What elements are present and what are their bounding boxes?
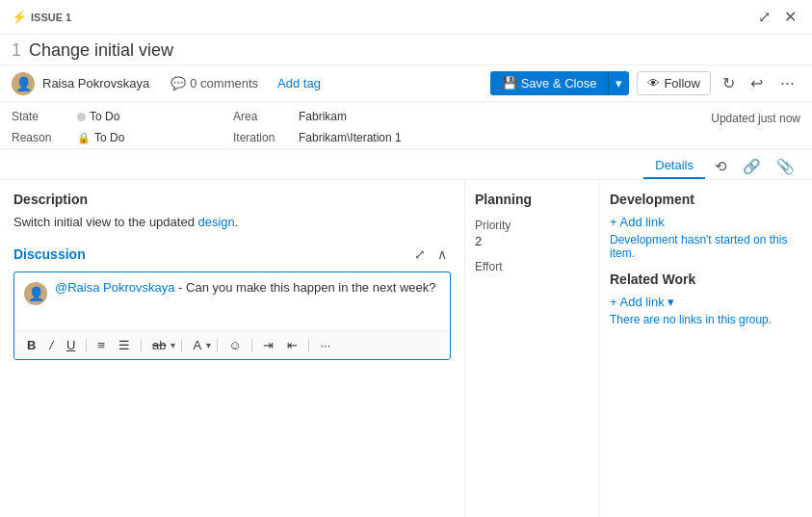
iteration-label: Iteration (233, 131, 291, 144)
more-format-button[interactable]: ··· (315, 336, 335, 354)
updated-text: Updated just now (711, 112, 800, 125)
save-close-button[interactable]: 💾 Save & Close (490, 71, 609, 95)
state-text: To Do (90, 110, 119, 123)
development-info: Development hasn't started on this item. (610, 233, 802, 260)
save-close-group: 💾 Save & Close ▾ (490, 71, 630, 95)
strikethrough-button[interactable]: ab (147, 336, 170, 354)
font-color-group: A ▾ (188, 336, 211, 354)
follow-button[interactable]: 👁 Follow (637, 71, 711, 95)
left-pane: Description Switch initial view to the u… (0, 180, 465, 517)
tab-history-button[interactable]: ⟲ (709, 154, 733, 179)
issue-number-label: ISSUE 1 (31, 12, 71, 23)
refresh-button[interactable]: ↻ (719, 72, 739, 94)
comments-button[interactable]: 💬 0 comments (165, 73, 264, 93)
related-work-title: Related Work (610, 271, 802, 287)
description-link[interactable]: design (198, 215, 235, 229)
tab-attachment-button[interactable]: 📎 (771, 154, 800, 179)
planning-title: Planning (475, 192, 589, 207)
toolbar-divider-1 (86, 339, 87, 352)
area-label: Area (233, 110, 291, 123)
italic-button[interactable]: / (44, 336, 58, 354)
outdent-button[interactable]: ⇤ (282, 336, 302, 354)
dev-info-line1: Development hasn't started on this (610, 233, 787, 246)
bold-button[interactable]: B (22, 336, 40, 354)
toolbar-divider-5 (251, 339, 252, 352)
meta-bar: State To Do Reason 🔒 To Do Area Fabrikam… (0, 102, 812, 149)
top-bar: ⚡ ISSUE 1 ⤢ ✕ (0, 0, 812, 35)
more-button[interactable]: ··· (774, 71, 800, 95)
comment-content: 👤 @Raisa Pokrovskaya - Can you make this… (14, 272, 450, 330)
iteration-row: Iteration Fabrikam\Iteration 1 (233, 131, 402, 144)
tab-link-button[interactable]: 🔗 (737, 154, 767, 179)
right-pane: Development + Add link Development hasn'… (600, 180, 812, 517)
lock-icon: 🔒 (77, 132, 91, 144)
add-link-dropdown-icon[interactable]: ▾ (668, 295, 674, 309)
issue-label: ⚡ ISSUE 1 (12, 10, 754, 24)
strikethrough-group: ab ▾ (147, 336, 175, 354)
comment-row: 👤 @Raisa Pokrovskaya - Can you make this… (24, 280, 440, 305)
issue-number: 1 (12, 40, 21, 61)
priority-label: Priority (475, 219, 589, 232)
state-row: State To Do (12, 110, 214, 123)
user-name: Raisa Pokrovskaya (42, 76, 149, 90)
description-title: Description (13, 192, 451, 207)
comment-author[interactable]: @Raisa Pokrovskaya (55, 280, 174, 295)
strikethrough-dropdown[interactable]: ▾ (170, 340, 175, 350)
comments-icon: 💬 (170, 76, 186, 90)
main-content: Description Switch initial view to the u… (0, 180, 812, 517)
dev-info-line2: item. (610, 246, 635, 260)
meta-right: Area Fabrikam Iteration Fabrikam\Iterati… (214, 110, 402, 144)
description-text: Switch initial view to the updated desig… (13, 215, 451, 229)
reason-value: 🔒 To Do (77, 131, 124, 144)
save-close-dropdown-button[interactable]: ▾ (608, 71, 629, 95)
title-bar: 1 Change initial view (0, 35, 812, 65)
undo-button[interactable]: ↩ (747, 72, 767, 94)
issue-title: Change initial view (29, 40, 173, 61)
indent-button[interactable]: ⇥ (258, 336, 278, 354)
save-icon: 💾 (502, 76, 517, 90)
discussion-title: Discussion (13, 246, 410, 262)
toolbar-divider-6 (308, 339, 309, 352)
font-color-dropdown[interactable]: ▾ (206, 340, 211, 350)
state-value: To Do (77, 110, 119, 123)
toolbar-divider-4 (217, 339, 218, 352)
comment-body: - Can you make this happen in the next w… (174, 280, 435, 295)
add-related-link-button[interactable]: + Add link ▾ (610, 295, 802, 309)
discussion-expand-button[interactable]: ⤢ (410, 245, 430, 264)
expand-button[interactable]: ⤢ (754, 6, 774, 28)
add-dev-link-button[interactable]: + Add link (610, 215, 802, 229)
ordered-list-button[interactable]: ≡ (92, 336, 110, 354)
emoji-button[interactable]: ☺ (223, 336, 246, 354)
toolbar-divider-3 (181, 339, 182, 352)
reason-row: Reason 🔒 To Do (12, 131, 214, 144)
discussion-header: Discussion ⤢ ∧ (13, 245, 451, 264)
related-after: this group. (715, 313, 772, 326)
font-color-button[interactable]: A (188, 336, 206, 354)
priority-field: Priority 2 (475, 219, 589, 248)
description-after: . (235, 215, 239, 229)
tab-details[interactable]: Details (643, 153, 705, 179)
underline-button[interactable]: U (62, 336, 80, 354)
iteration-value: Fabrikam\Iteration 1 (299, 131, 402, 144)
state-dot (77, 113, 86, 121)
description-before: Switch initial view to the updated (13, 215, 198, 229)
state-label: State (12, 110, 69, 123)
related-before: There are no links (610, 313, 705, 326)
action-bar: 👤 Raisa Pokrovskaya 💬 0 comments Add tag… (0, 65, 812, 102)
related-empty-text: There are no links in this group. (610, 313, 802, 326)
development-title: Development (610, 192, 802, 207)
eye-icon: 👁 (647, 76, 660, 90)
discussion-icons: ⤢ ∧ (410, 245, 451, 264)
tabs-bar: Details ⟲ 🔗 📎 (0, 149, 812, 180)
middle-pane: Planning Priority 2 Effort (465, 180, 600, 517)
close-button[interactable]: ✕ (780, 6, 800, 28)
unordered-list-button[interactable]: ☰ (114, 336, 135, 354)
comment-avatar: 👤 (24, 282, 47, 305)
discussion-collapse-button[interactable]: ∧ (433, 245, 451, 264)
reason-text: To Do (94, 131, 124, 144)
effort-field: Effort (475, 260, 589, 273)
priority-value: 2 (475, 234, 589, 248)
effort-label: Effort (475, 260, 589, 273)
add-tag-button[interactable]: Add tag (272, 73, 327, 93)
reason-label: Reason (12, 131, 69, 144)
